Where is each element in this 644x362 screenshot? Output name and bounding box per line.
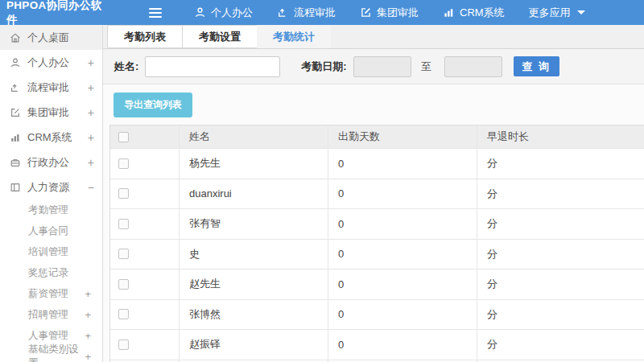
sidebar-item-group-approval[interactable]: 集团审批 + xyxy=(0,100,102,125)
cell-name: 杨先生 xyxy=(179,149,328,179)
user-icon xyxy=(10,57,21,68)
date-from-input[interactable] xyxy=(353,56,411,77)
sidebar-item-personal-office[interactable]: 个人办公 + xyxy=(0,50,102,75)
table-row: 史 0 分 xyxy=(110,239,644,269)
chart-icon xyxy=(443,6,455,19)
topnav-group-approval[interactable]: 集团审批 xyxy=(360,6,419,20)
sidebar-item-label: 人力资源 xyxy=(27,180,69,195)
sidebar-subitem-salary[interactable]: 薪资管理 + xyxy=(0,283,102,304)
sidebar-item-label: 行政办公 xyxy=(27,155,69,170)
sidebar-item-crm[interactable]: CRM系统 + xyxy=(0,125,102,150)
row-checkbox[interactable] xyxy=(118,158,129,169)
sidebar-item-personal-desktop[interactable]: 个人桌面 xyxy=(0,25,102,50)
sidebar-subitem-label: 薪资管理 xyxy=(28,287,68,301)
cell-late: 分 xyxy=(477,149,644,179)
expand-plus-icon[interactable]: + xyxy=(85,288,91,300)
sidebar-item-label: 流程审批 xyxy=(27,80,69,95)
sidebar-subitem-training[interactable]: 培训管理 xyxy=(0,241,102,262)
expand-plus-icon[interactable]: + xyxy=(88,131,94,144)
expand-plus-icon[interactable]: + xyxy=(85,330,91,342)
topnav-more-apps[interactable]: 更多应用 xyxy=(529,6,585,20)
export-list-button[interactable]: 导出查询列表 xyxy=(114,93,192,117)
sidebar-subitem-contracts[interactable]: 人事合同 xyxy=(0,220,102,241)
tab-attendance-list[interactable]: 考勤列表 xyxy=(107,25,183,48)
table-header-row: 姓名 出勤天数 早退时长 xyxy=(110,125,644,148)
row-checkbox[interactable] xyxy=(118,309,129,319)
expand-plus-icon[interactable]: + xyxy=(85,309,91,321)
top-navigation: 个人办公 流程审批 集团审批 CRM系统 更多应用 xyxy=(194,6,585,20)
table-row: 赵振铎 0 分 xyxy=(110,329,644,360)
sidebar-item-label: 个人办公 xyxy=(27,56,69,70)
cell-name: 赵先生 xyxy=(179,269,328,299)
cell-name: 张有智 xyxy=(179,209,328,239)
edit-icon xyxy=(10,107,21,118)
expand-plus-icon[interactable]: + xyxy=(88,56,94,69)
tab-bar: 考勤列表 考勤设置 考勤统计 xyxy=(103,25,644,49)
user-icon xyxy=(194,6,206,19)
topnav-crm[interactable]: CRM系统 xyxy=(443,6,505,20)
name-filter-input[interactable] xyxy=(145,56,280,77)
workflow-icon xyxy=(277,6,289,19)
cell-days: 0 xyxy=(328,330,477,360)
table-row: 张有智 0 分 xyxy=(110,208,644,239)
cell-name: duanxirui xyxy=(179,179,328,209)
sidebar-item-hr[interactable]: 人力资源 − xyxy=(0,175,102,200)
card-icon xyxy=(10,182,21,193)
menu-toggle-icon[interactable] xyxy=(149,8,162,18)
workflow-icon xyxy=(10,82,21,93)
row-checkbox[interactable] xyxy=(118,279,129,290)
sidebar-subitem-rewards[interactable]: 奖惩记录 xyxy=(0,262,102,283)
sidebar-subitem-base-category[interactable]: 基础类别设置 + xyxy=(0,346,102,362)
sidebar-subitem-label: 人事合同 xyxy=(28,224,68,238)
cell-name: 张博然 xyxy=(179,300,328,330)
row-checkbox[interactable] xyxy=(118,249,129,259)
sidebar-item-admin-office[interactable]: 行政办公 + xyxy=(0,150,102,175)
cell-name: 赵振铎 xyxy=(179,330,328,360)
cell-late: 分 xyxy=(477,209,644,239)
cell-days: 0 xyxy=(328,149,477,179)
cell-late: 分 xyxy=(477,240,644,269)
collapse-minus-icon[interactable]: − xyxy=(88,181,94,194)
tab-attendance-stats[interactable]: 考勤统计 xyxy=(257,25,331,48)
topnav-label: 流程审批 xyxy=(294,6,336,20)
cell-days: 0 xyxy=(328,179,477,209)
topnav-workflow-approval[interactable]: 流程审批 xyxy=(277,6,336,20)
sidebar-item-workflow-approval[interactable]: 流程审批 + xyxy=(0,75,102,100)
select-all-checkbox[interactable] xyxy=(118,132,129,142)
column-header-name: 姓名 xyxy=(179,125,328,148)
row-checkbox[interactable] xyxy=(118,339,129,350)
topnav-personal-office[interactable]: 个人办公 xyxy=(194,6,253,20)
date-filter-label: 考勤日期: xyxy=(301,60,346,74)
expand-plus-icon[interactable]: + xyxy=(85,351,91,362)
home-icon xyxy=(10,32,21,43)
sidebar-subitem-label: 培训管理 xyxy=(28,245,68,259)
topnav-label: 更多应用 xyxy=(529,6,571,20)
tab-attendance-settings[interactable]: 考勤设置 xyxy=(182,25,258,48)
table-body: 杨先生 0 分 duanxirui 0 分 张有智 0 分 xyxy=(110,148,644,362)
top-header: PHPOA协同办公软件 个人办公 流程审批 集团审批 CRM系统 xyxy=(0,0,644,25)
date-to-input[interactable] xyxy=(444,56,502,77)
topnav-label: CRM系统 xyxy=(460,6,505,20)
expand-plus-icon[interactable]: + xyxy=(88,81,94,94)
row-checkbox[interactable] xyxy=(118,188,129,199)
cell-late: 分 xyxy=(477,269,644,299)
row-checkbox[interactable] xyxy=(118,219,129,229)
cell-days: 0 xyxy=(328,269,477,299)
cell-late: 分 xyxy=(477,300,644,330)
cell-late: 分 xyxy=(477,330,644,360)
app-title: PHPOA协同办公软件 xyxy=(0,0,105,27)
topnav-label: 集团审批 xyxy=(377,6,419,20)
sidebar-subitem-recruiting[interactable]: 招聘管理 + xyxy=(0,304,102,325)
name-filter-label: 姓名: xyxy=(114,60,138,74)
table-row: 杨先生 0 分 xyxy=(110,148,644,179)
search-button[interactable]: 查 询 xyxy=(514,56,559,76)
sidebar-subitem-label: 基础类别设置 xyxy=(28,343,85,362)
sidebar-item-label: 集团审批 xyxy=(27,105,69,120)
cell-days: 0 xyxy=(328,240,477,269)
cell-late: 分 xyxy=(477,179,644,209)
sidebar-subitem-attendance[interactable]: 考勤管理 xyxy=(0,200,102,220)
expand-plus-icon[interactable]: + xyxy=(88,106,94,119)
expand-plus-icon[interactable]: + xyxy=(88,156,94,169)
chart-icon xyxy=(10,132,21,143)
column-header-late: 早退时长 xyxy=(477,125,644,148)
